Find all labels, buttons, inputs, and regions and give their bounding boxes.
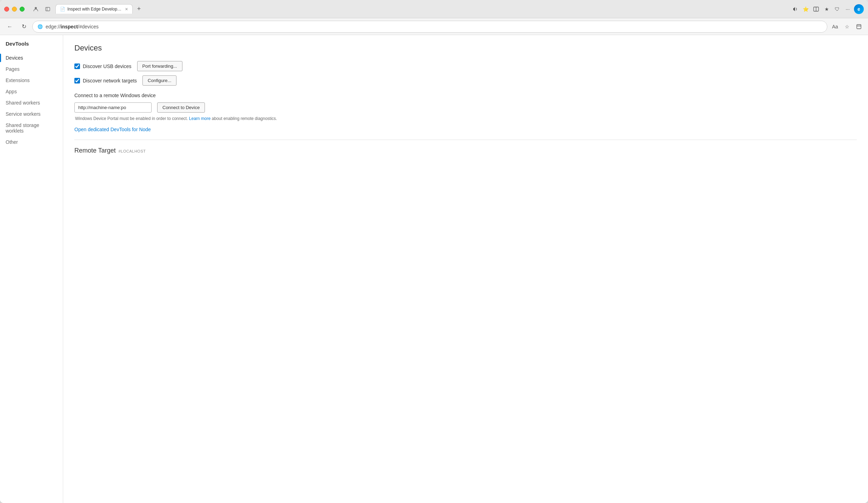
discover-usb-label[interactable]: Discover USB devices <box>74 63 132 69</box>
sidebar-title: DevTools <box>0 41 63 52</box>
remote-connect-row: Connect to Device <box>74 102 857 113</box>
sidebar-item-shared-workers[interactable]: Shared workers <box>0 97 63 108</box>
discover-network-text: Discover network targets <box>83 78 137 83</box>
sidebar-item-devices[interactable]: Devices <box>0 52 63 63</box>
sidebar-item-apps[interactable]: Apps <box>0 86 63 97</box>
discover-usb-checkbox[interactable] <box>74 63 80 69</box>
remote-windows-title: Connect to a remote Windows device <box>74 93 857 98</box>
address-bar: ← ↻ 🌐 edge://inspect/#devices Aa ☆ <box>0 18 868 35</box>
web-capture-icon[interactable] <box>854 22 864 32</box>
sidebar-item-shared-storage-worklets[interactable]: Shared storage worklets <box>0 120 63 136</box>
sidebar-label-pages: Pages <box>6 66 20 72</box>
address-prefix: edge:// <box>46 24 61 29</box>
tab-title: Inspect with Edge Developer Tools <box>67 7 123 12</box>
sidebar-item-pages[interactable]: Pages <box>0 63 63 75</box>
close-button[interactable] <box>4 7 9 12</box>
new-tab-button[interactable]: + <box>134 4 144 14</box>
sidebar-label-other: Other <box>6 139 18 145</box>
sidebar-label-shared-workers: Shared workers <box>6 100 40 106</box>
address-path: inspect <box>61 24 78 29</box>
learn-more-link[interactable]: Learn more <box>189 116 211 121</box>
fullscreen-button[interactable] <box>20 7 25 12</box>
titlebar-right: ⭐ ★ 🛡 ··· e <box>791 4 864 14</box>
sidebar-item-service-workers[interactable]: Service workers <box>0 108 63 120</box>
info-text-after: about enabling remote diagnostics. <box>212 116 277 121</box>
page-title: Devices <box>74 43 857 53</box>
browser-essentials-icon[interactable]: 🛡 <box>833 5 841 13</box>
remote-target-subtitle: #LOCALHOST <box>119 149 146 153</box>
devtools-for-node-link[interactable]: Open dedicated DevTools for Node <box>74 127 151 132</box>
collections-icon[interactable]: ★ <box>822 5 831 13</box>
tab-bar: 📄 Inspect with Edge Developer Tools ✕ + <box>55 4 788 14</box>
discover-network-label[interactable]: Discover network targets <box>74 78 137 83</box>
discover-usb-text: Discover USB devices <box>83 63 132 69</box>
address-field[interactable]: 🌐 edge://inspect/#devices <box>32 21 827 33</box>
sidebar-item-other[interactable]: Other <box>0 136 63 148</box>
address-hash: /#devices <box>78 24 99 29</box>
info-text-row: Windows Device Portal must be enabled in… <box>75 116 857 121</box>
sidebar-icon[interactable] <box>43 4 53 14</box>
favorites-icon[interactable]: ⭐ <box>801 5 810 13</box>
address-globe-icon: 🌐 <box>38 24 43 29</box>
edge-profile-icon[interactable]: e <box>854 4 864 14</box>
remote-device-input[interactable] <box>74 102 152 113</box>
sidebar-label-service-workers: Service workers <box>6 111 41 117</box>
traffic-lights <box>4 7 25 12</box>
divider <box>74 140 857 140</box>
back-button[interactable]: ← <box>4 21 15 32</box>
sidebar-label-devices: Devices <box>6 55 23 61</box>
tab-favicon: 📄 <box>60 7 65 12</box>
page-content: Devices Discover USB devices Port forwar… <box>63 35 868 503</box>
sidebar: DevTools Devices Pages Extensions Apps S… <box>0 35 63 503</box>
sidebar-label-shared-storage-worklets: Shared storage worklets <box>6 122 57 134</box>
remote-target-title: Remote Target <box>74 147 116 154</box>
remote-windows-section: Connect to a remote Windows device Conne… <box>74 93 857 121</box>
main-content: DevTools Devices Pages Extensions Apps S… <box>0 35 868 503</box>
discover-network-checkbox[interactable] <box>74 78 80 83</box>
svg-point-0 <box>35 7 37 9</box>
remote-target-header: Remote Target #LOCALHOST <box>74 147 857 154</box>
sidebar-item-extensions[interactable]: Extensions <box>0 75 63 86</box>
split-screen-icon[interactable] <box>812 5 820 13</box>
configure-button[interactable]: Configure... <box>142 75 176 86</box>
svg-rect-1 <box>46 7 50 11</box>
sidebar-label-apps: Apps <box>6 89 17 94</box>
info-text-before: Windows Device Portal must be enabled in… <box>75 116 188 121</box>
address-text: edge://inspect/#devices <box>46 24 99 29</box>
discover-usb-row: Discover USB devices Port forwarding... <box>74 61 857 71</box>
port-forwarding-button[interactable]: Port forwarding... <box>137 61 182 71</box>
settings-dots-icon[interactable]: ··· <box>843 5 852 13</box>
discover-network-row: Discover network targets Configure... <box>74 75 857 86</box>
read-aloud-icon[interactable] <box>791 5 799 13</box>
address-bar-right: Aa ☆ <box>830 22 864 32</box>
titlebar: 📄 Inspect with Edge Developer Tools ✕ + … <box>0 0 868 18</box>
tab-close-button[interactable]: ✕ <box>125 7 128 12</box>
titlebar-controls <box>31 4 53 14</box>
profile-icon[interactable] <box>31 4 41 14</box>
sidebar-label-extensions: Extensions <box>6 78 29 83</box>
minimize-button[interactable] <box>12 7 17 12</box>
active-tab[interactable]: 📄 Inspect with Edge Developer Tools ✕ <box>55 4 133 14</box>
refresh-button[interactable]: ↻ <box>18 21 29 32</box>
connect-to-device-button[interactable]: Connect to Device <box>157 102 205 113</box>
reader-mode-icon[interactable]: Aa <box>830 22 840 32</box>
favorites-star-icon[interactable]: ☆ <box>842 22 852 32</box>
svg-rect-5 <box>857 25 861 29</box>
